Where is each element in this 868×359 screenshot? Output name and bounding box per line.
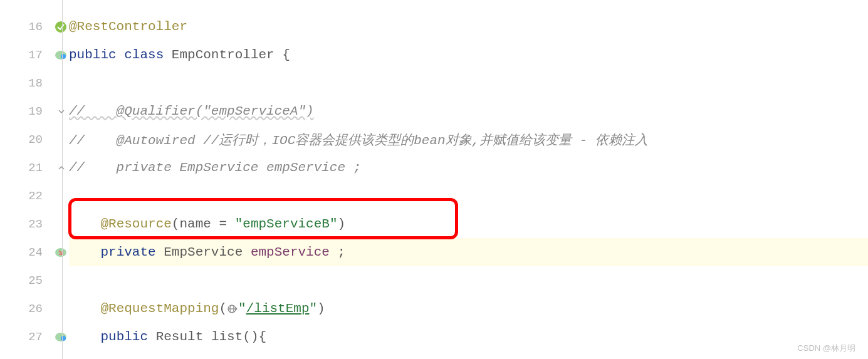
line-number: 21 (28, 161, 43, 175)
keyword: public (69, 48, 117, 62)
line-number: 20 (28, 133, 43, 147)
code-line[interactable] (69, 69, 868, 97)
code-line[interactable]: // private EmpService empService ; (69, 153, 868, 182)
paren-open: ( (172, 217, 180, 231)
code-line[interactable]: public Result list(){ (69, 323, 868, 351)
line-number: 27 (28, 330, 43, 344)
line-number-row[interactable]: 20 (0, 125, 50, 153)
code-line[interactable]: @RequestMapping("/listEmp") (69, 294, 868, 323)
annotation: @RestController (69, 19, 187, 34)
fold-marker-icon[interactable] (58, 108, 65, 115)
method-name: list (211, 330, 243, 344)
code-area[interactable]: @RestController public class EmpControll… (50, 0, 868, 359)
paren-open: ( (219, 301, 227, 316)
string-close: " (310, 301, 318, 316)
string-open: " (238, 301, 246, 316)
code-line[interactable]: // @Qualifier("empServiceA") (69, 97, 868, 125)
line-number-row[interactable]: 17 (0, 41, 50, 69)
watermark: CSDN @林月明 (797, 343, 855, 354)
line-number-row[interactable]: 16 (0, 13, 50, 41)
line-number-row[interactable]: 26 (0, 294, 50, 323)
paren-close: ) (338, 217, 346, 231)
type: EmpService (164, 245, 243, 259)
line-number: 26 (28, 302, 43, 316)
line-number: 23 (28, 217, 43, 231)
fold-marker-icon[interactable] (58, 164, 65, 172)
line-number-row[interactable]: 21 (0, 153, 50, 182)
type: Result (156, 330, 204, 344)
annotation: @Resource (100, 217, 171, 231)
line-number: 16 (28, 20, 43, 34)
field: empService (251, 245, 330, 259)
code-line[interactable] (69, 182, 868, 210)
code-line[interactable]: public class EmpController { (69, 41, 868, 69)
line-number-row[interactable]: 24 (0, 238, 50, 266)
line-number-row[interactable]: 23 (0, 210, 50, 238)
parens-brace: (){ (243, 330, 266, 344)
line-number: 22 (28, 189, 43, 203)
comment: // @Qualifier("empServiceA") (69, 104, 314, 118)
string: "empServiceB" (235, 217, 338, 231)
keyword: private (100, 245, 155, 259)
class-name: EmpController (172, 48, 275, 62)
line-number: 17 (28, 48, 43, 62)
line-number: 19 (28, 105, 43, 118)
line-number-row[interactable]: 27 (0, 323, 50, 351)
globe-icon[interactable] (227, 303, 238, 315)
code-editor[interactable]: 16 17 18 19 20 21 22 23 24 (0, 0, 868, 359)
line-number-row[interactable]: 25 (0, 266, 50, 294)
keyword: public (100, 330, 148, 344)
keyword: class (124, 48, 164, 62)
comment: // @Autowired //运行时，IOC容器会提供该类型的bean对象,并… (69, 131, 648, 148)
gutter: 16 17 18 19 20 21 22 23 24 (0, 0, 50, 359)
paren-close: ) (317, 301, 325, 316)
semicolon: ; (330, 245, 345, 259)
line-number: 18 (28, 76, 43, 90)
code-line-current[interactable]: private EmpService empService ; (69, 238, 868, 266)
line-number-row[interactable]: 18 (0, 69, 50, 97)
comment: // private EmpService empService ; (69, 160, 361, 175)
url-path[interactable]: /listEmp (246, 301, 310, 316)
line-number-row[interactable]: 22 (0, 182, 50, 210)
code-line[interactable]: // @Autowired //运行时，IOC容器会提供该类型的bean对象,并… (69, 125, 868, 153)
line-number-row[interactable]: 19 (0, 97, 50, 125)
code-line[interactable]: @Resource(name = "empServiceB") (69, 210, 868, 238)
annotation: @RequestMapping (100, 301, 219, 316)
code-line[interactable] (69, 266, 868, 294)
param-name: name = (179, 217, 234, 231)
brace: { (275, 48, 290, 62)
code-line[interactable]: @RestController (69, 13, 868, 41)
line-number: 24 (28, 246, 43, 259)
line-number: 25 (28, 274, 43, 288)
